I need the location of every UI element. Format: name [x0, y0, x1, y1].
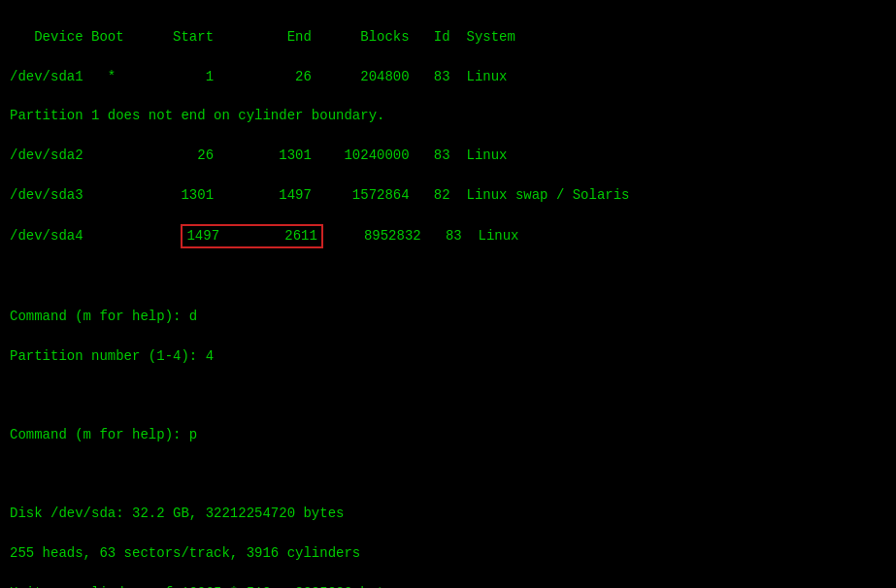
command-p: Command (m for help): p	[10, 427, 197, 442]
disk-info-2: Units = cylinders of 16065 * 512 = 82252…	[10, 585, 401, 588]
header-row-1: Device Boot Start End Blocks Id System	[10, 29, 515, 45]
partition-sda4-device: /dev/sda4	[10, 228, 83, 244]
partition-number: Partition number (1-4): 4	[10, 348, 214, 364]
sda4-start: 1497	[186, 228, 219, 244]
disk-info-0: Disk /dev/sda: 32.2 GB, 32212254720 byte…	[10, 506, 344, 521]
sda4-end: 2611	[284, 228, 317, 244]
partition-boundary-1: Partition 1 does not end on cylinder bou…	[10, 108, 384, 123]
disk-info-1: 255 heads, 63 sectors/track, 3916 cylind…	[10, 545, 360, 561]
partition-sda2: /dev/sda2 26 1301 10240000 83 Linux	[10, 147, 507, 163]
command-d: Command (m for help): d	[10, 309, 197, 324]
sda4-rest: 8952832 83 Linux	[323, 228, 519, 244]
partition-sda3: /dev/sda3 1301 1497 1572864 82 Linux swa…	[10, 187, 630, 203]
sda4-start-end-highlight: 1497 2611	[181, 224, 322, 247]
terminal-output: Device Boot Start End Blocks Id System /…	[10, 8, 886, 588]
partition-sda4-line: /dev/sda4 1497 2611 8952832 83 Linux	[10, 228, 519, 244]
partition-sda1: /dev/sda1 * 1 26 204800 83 Linux	[10, 69, 507, 84]
